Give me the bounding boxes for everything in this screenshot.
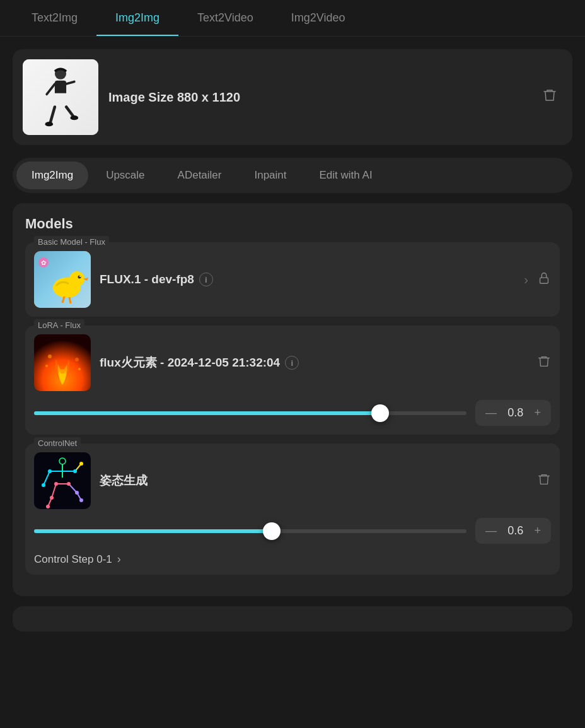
uploaded-image-thumbnail[interactable] [23, 59, 98, 135]
svg-point-34 [48, 469, 52, 473]
lora-slider-thumb[interactable] [371, 404, 389, 422]
svg-point-42 [75, 491, 79, 495]
partial-bottom-card [13, 606, 572, 631]
svg-point-12 [79, 276, 81, 277]
controlnet-slider-thumb[interactable] [263, 522, 281, 540]
svg-line-4 [47, 84, 55, 94]
svg-point-40 [50, 496, 54, 500]
lora-slider-row: — 0.8 + [34, 400, 551, 426]
svg-point-7 [70, 115, 78, 120]
control-step-row[interactable]: Control Step 0-1 › [34, 553, 551, 566]
mode-tab-img2img[interactable]: Img2Img [16, 161, 88, 189]
model-name-lora: flux火元素 - 2024-12-05 21:32:04 i [100, 355, 528, 371]
lora-value-display: 0.8 [507, 406, 523, 420]
svg-point-35 [73, 469, 77, 473]
controlnet-model-image [34, 452, 91, 509]
svg-point-10 [69, 271, 84, 286]
controlnet-slider-row: — 0.6 + [34, 518, 551, 544]
lora-decrement-button[interactable]: — [485, 406, 497, 420]
svg-text:✿: ✿ [41, 259, 46, 266]
svg-point-36 [42, 483, 45, 487]
mode-tabs-container: Img2Img Upscale ADetailer Inpaint Edit w… [13, 158, 572, 193]
svg-rect-17 [540, 278, 548, 283]
models-section: Models Basic Model - Flux [13, 203, 572, 596]
svg-line-3 [66, 107, 73, 116]
trash-icon [542, 88, 557, 103]
model-actions-lora [537, 355, 551, 372]
svg-line-5 [66, 81, 74, 84]
delete-image-button[interactable] [537, 83, 562, 112]
model-card-header-controlnet: 姿态生成 [34, 452, 551, 509]
model-card-basic-flux: Basic Model - Flux [25, 242, 560, 317]
model-name-controlnet: 姿态生成 [100, 473, 528, 489]
model-info-lora: flux火元素 - 2024-12-05 21:32:04 i [100, 355, 528, 371]
mode-tab-edit-with-ai[interactable]: Edit with AI [304, 161, 388, 189]
model-thumb-lora[interactable] [34, 334, 91, 391]
model-info-controlnet: 姿态生成 [100, 473, 528, 489]
svg-point-6 [45, 122, 53, 126]
model-actions-controlnet [537, 473, 551, 490]
lora-slider-fill [34, 411, 380, 415]
model-thumb-controlnet[interactable] [34, 452, 91, 509]
mode-tab-upscale[interactable]: Upscale [91, 161, 159, 189]
model-info-basic: FLUX.1 - dev-fp8 i [100, 273, 515, 286]
svg-point-21 [75, 358, 79, 361]
lock-svg [537, 271, 551, 285]
models-section-title: Models [25, 216, 560, 232]
svg-point-37 [79, 462, 83, 466]
person-figure-svg [35, 66, 86, 129]
control-step-label: Control Step 0-1 [34, 553, 112, 566]
controlnet-slider[interactable] [34, 529, 466, 533]
control-step-chevron-icon: › [117, 553, 121, 566]
svg-point-20 [45, 365, 48, 367]
trash-svg-lora [537, 355, 551, 368]
lora-value-box: — 0.8 + [475, 400, 551, 426]
controlnet-value-box: — 0.6 + [475, 518, 551, 544]
lora-increment-button[interactable]: + [534, 406, 541, 420]
svg-point-11 [78, 276, 81, 279]
svg-line-2 [50, 107, 55, 122]
controlnet-decrement-button[interactable]: — [485, 524, 497, 537]
svg-point-38 [54, 482, 58, 486]
info-icon-lora[interactable]: i [285, 356, 299, 370]
model-card-lora: LoRA - Flux [25, 326, 560, 435]
model-card-label-controlnet: ControlNet [34, 437, 81, 449]
top-navigation: Text2Img Img2Img Text2Video Img2Video [0, 0, 585, 37]
lora-model-image [34, 334, 91, 391]
model-card-label-lora: LoRA - Flux [34, 319, 84, 331]
controlnet-value-display: 0.6 [507, 524, 523, 537]
mode-tab-inpaint[interactable]: Inpaint [239, 161, 301, 189]
svg-point-22 [78, 368, 81, 370]
info-icon-basic[interactable]: i [199, 273, 213, 286]
flux-model-image: ✿ [34, 251, 91, 308]
svg-point-39 [67, 482, 71, 486]
image-upload-section: Image Size 880 x 1120 [13, 49, 572, 145]
model-card-header-basic: ✿ FLUX.1 - dev-fp8 i › [34, 251, 551, 308]
svg-point-41 [46, 505, 50, 508]
trash-icon-controlnet[interactable] [537, 473, 551, 490]
svg-point-19 [48, 355, 52, 358]
tab-text2img[interactable]: Text2Img [13, 0, 96, 36]
model-name-basic: FLUX.1 - dev-fp8 i [100, 273, 515, 286]
model-card-header-lora: flux火元素 - 2024-12-05 21:32:04 i [34, 334, 551, 391]
tab-text2video[interactable]: Text2Video [178, 0, 272, 36]
tab-img2img[interactable]: Img2Img [96, 0, 178, 36]
controlnet-increment-button[interactable]: + [534, 524, 541, 537]
image-size-label: Image Size 880 x 1120 [108, 90, 240, 104]
svg-line-14 [69, 297, 71, 303]
model-card-label-basic: Basic Model - Flux [34, 236, 109, 248]
mode-tab-adetailer[interactable]: ADetailer [163, 161, 237, 189]
lock-icon-basic[interactable] [537, 271, 551, 288]
trash-icon-lora[interactable] [537, 355, 551, 372]
controlnet-slider-fill [34, 529, 272, 533]
trash-svg-controlnet [537, 473, 551, 486]
tab-img2video[interactable]: Img2Video [272, 0, 364, 36]
model-actions-basic: › [524, 271, 551, 288]
lora-slider[interactable] [34, 411, 466, 415]
model-card-controlnet: ControlNet [25, 443, 560, 575]
model-thumb-basic-flux[interactable]: ✿ [34, 251, 91, 308]
image-info: Image Size 880 x 1120 [108, 90, 527, 105]
svg-point-43 [79, 498, 83, 502]
chevron-right-icon-basic[interactable]: › [524, 273, 528, 287]
